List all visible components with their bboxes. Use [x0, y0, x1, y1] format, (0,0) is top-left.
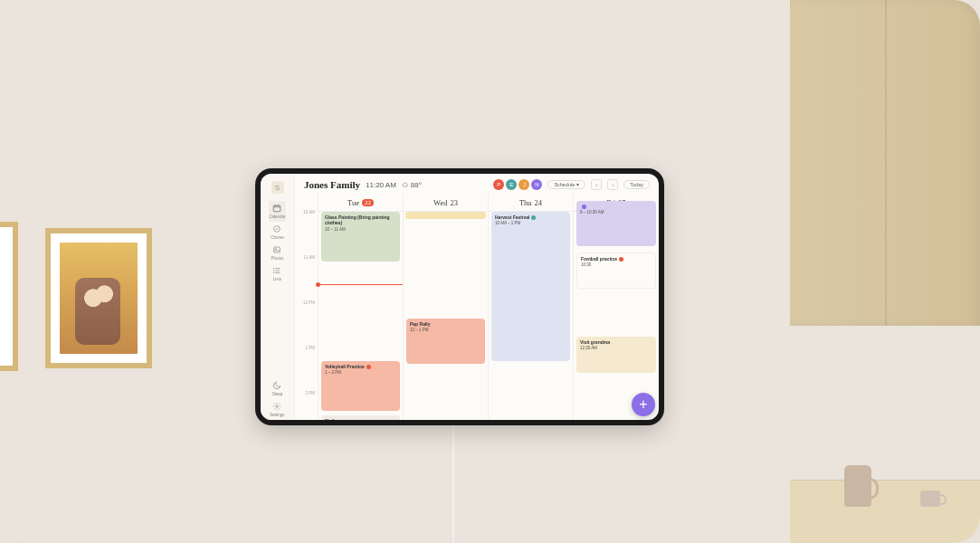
- avatar-N[interactable]: N: [531, 179, 542, 190]
- svg-point-4: [274, 268, 275, 269]
- event-time: 10 – 11 AM: [325, 227, 396, 233]
- event-title: Pep Rally: [410, 321, 481, 327]
- member-dot: [531, 215, 536, 220]
- event-title: [580, 204, 652, 209]
- nav-calendar[interactable]: Calendar: [269, 201, 285, 222]
- event-title: Harvest Festival: [495, 214, 566, 220]
- kettle-decor: [844, 465, 871, 507]
- view-selector[interactable]: Schedule ▾: [547, 180, 585, 189]
- member-dot: [619, 257, 623, 262]
- nav-label: Calendar: [269, 214, 285, 219]
- event-time: 12 – 1 PM: [410, 328, 481, 333]
- avatar-P[interactable]: P: [493, 179, 504, 190]
- member-dot: [366, 365, 371, 369]
- event-time: 10 AM – 1 PM: [495, 221, 566, 226]
- member-dot: [582, 205, 586, 209]
- days-container: Tue22Glass Painting (Bring painting clot…: [319, 194, 659, 420]
- sidebar: S CalendarChoresPhotosLists SleepSetting…: [261, 174, 295, 420]
- add-event-fab[interactable]: +: [632, 393, 655, 416]
- time-label: 10 AM: [303, 210, 315, 214]
- calendar-event[interactable]: Glass Painting (Bring painting clothes)1…: [321, 212, 400, 262]
- event-title: Volleyball Practice: [325, 364, 396, 369]
- nav-label: Photos: [271, 256, 283, 261]
- kitchen-counter: [790, 480, 980, 543]
- nav-sleep[interactable]: Sleep: [270, 378, 284, 399]
- event-time: 1 – 2 PM: [325, 370, 396, 376]
- chores-icon: [272, 224, 281, 234]
- today-badge: 22: [362, 199, 374, 206]
- nav-label: Chores: [271, 235, 284, 240]
- calendar-event[interactable]: 9 – 10:30 AM: [576, 201, 656, 246]
- svg-rect-2: [274, 247, 281, 252]
- now-indicator: [319, 284, 403, 285]
- svg-point-7: [276, 405, 279, 408]
- cloud-icon: [402, 181, 409, 188]
- day-column: Fri259 – 10:30 AMFootball practice10:30V…: [574, 194, 659, 420]
- wall-display-device: S CalendarChoresPhotosLists SleepSetting…: [255, 168, 664, 425]
- top-bar: Jones Family 11:20 AM 88° PEJN Schedule …: [295, 174, 659, 194]
- picture-frame-partial: [0, 222, 18, 371]
- event-title: Visit grandma: [580, 339, 652, 345]
- event-time: 12:30 AM: [580, 346, 652, 351]
- calendar-event[interactable]: Football practice10:30: [576, 252, 656, 289]
- day-header[interactable]: Tue22: [319, 194, 403, 212]
- time-axis: 10 AM11 AM12 PM1 PM2 PM: [295, 194, 319, 420]
- today-button[interactable]: Today: [623, 180, 650, 189]
- event-time: 9 – 10:30 AM: [580, 210, 652, 215]
- picture-frame: [45, 228, 152, 368]
- avatar-E[interactable]: E: [506, 179, 517, 190]
- calendar-event[interactable]: Pep Rally12 – 1 PM: [406, 319, 485, 364]
- day-header[interactable]: Thu24: [489, 194, 573, 212]
- photos-icon: [272, 245, 281, 255]
- clock-time: 11:20 AM: [366, 181, 396, 189]
- svg-point-6: [274, 272, 275, 273]
- calendar-event[interactable]: Volleyball Practice1 – 2 PM: [321, 361, 400, 411]
- calendar-event[interactable]: Visit grandma12:30 AM: [576, 337, 656, 373]
- day-column: Tue22Glass Painting (Bring painting clot…: [319, 194, 404, 420]
- prev-button[interactable]: ‹: [591, 179, 602, 190]
- sleep-icon: [272, 381, 281, 391]
- nav-settings[interactable]: Settings: [270, 399, 284, 420]
- mug-decor: [920, 491, 940, 507]
- event-title: Math: [325, 418, 396, 420]
- calendar-event[interactable]: Math: [321, 415, 400, 420]
- nav-label: Sleep: [272, 392, 283, 396]
- chevron-down-icon: ▾: [576, 182, 579, 187]
- day-header[interactable]: Wed23: [404, 194, 488, 212]
- next-button[interactable]: ›: [607, 179, 618, 190]
- nav-label: Settings: [270, 413, 284, 417]
- event-title: Football practice: [581, 256, 652, 262]
- kitchen-cabinet: [790, 0, 980, 326]
- time-label: 12 PM: [303, 300, 315, 305]
- calendar-event[interactable]: Harvest Festival10 AM – 1 PM: [491, 212, 570, 361]
- family-name: Jones Family: [304, 179, 360, 190]
- svg-point-5: [274, 271, 275, 272]
- weather: 88°: [402, 181, 422, 189]
- main-area: Jones Family 11:20 AM 88° PEJN Schedule …: [295, 174, 659, 420]
- family-avatars: PEJN: [493, 179, 542, 190]
- calendar-icon: [272, 204, 281, 214]
- event-time: 10:30: [581, 262, 652, 268]
- svg-rect-0: [274, 205, 281, 212]
- avatar-J[interactable]: J: [519, 179, 529, 190]
- day-column: Thu24Harvest Festival10 AM – 1 PM: [489, 194, 574, 420]
- temperature: 88°: [411, 181, 422, 189]
- app-logo[interactable]: S: [271, 181, 284, 194]
- event-title: Glass Painting (Bring painting clothes): [325, 214, 396, 226]
- screen: S CalendarChoresPhotosLists SleepSetting…: [261, 174, 659, 420]
- calendar-grid: 10 AM11 AM12 PM1 PM2 PM Tue22Glass Paint…: [295, 194, 659, 420]
- nav-chores[interactable]: Chores: [269, 222, 285, 243]
- power-cord: [452, 424, 454, 543]
- family-photo: [60, 243, 138, 354]
- time-label: 2 PM: [305, 391, 315, 395]
- lists-icon: [272, 266, 281, 276]
- nav-label: Lists: [273, 277, 281, 281]
- nav-photos[interactable]: Photos: [269, 243, 285, 263]
- nav-lists[interactable]: Lists: [269, 263, 285, 284]
- time-label: 1 PM: [305, 346, 315, 350]
- day-column: Wed23Pep Rally12 – 1 PM: [404, 194, 489, 420]
- settings-icon: [272, 402, 281, 412]
- allday-event[interactable]: [405, 212, 486, 219]
- time-label: 11 AM: [303, 255, 315, 260]
